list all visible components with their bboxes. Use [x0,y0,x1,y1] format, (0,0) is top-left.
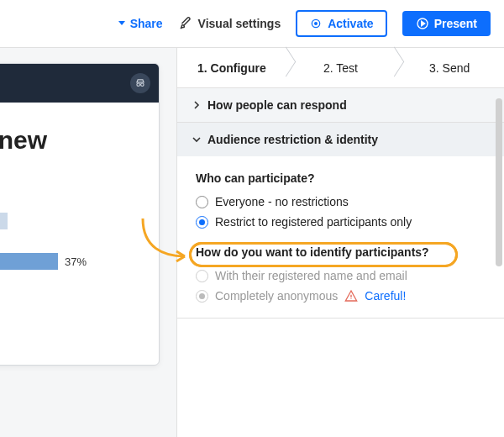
accordion-item-audience: Audience restriction & identity Who can … [177,123,504,319]
slide-title-fragment: g new [0,103,159,154]
accordion-item-how-respond: How people can respond [177,88,504,123]
accordion-header-how-respond[interactable]: How people can respond [177,88,504,122]
accordion: How people can respond Audience restrict… [177,88,504,319]
broadcast-icon [309,17,323,30]
bar-row: 37% [0,253,159,270]
radio-restrict[interactable]: Restrict to registered participants only [196,212,486,232]
bar-row [0,213,159,229]
panel-scrollbar[interactable] [496,98,502,266]
radio-icon [196,196,208,208]
radio-label: With their registered name and email [215,269,407,282]
svg-point-2 [137,83,140,87]
radio-anonymous[interactable]: Completely anonymous Careful! [196,286,486,306]
step-configure[interactable]: 1. Configure [177,48,286,87]
visual-settings-label: Visual settings [198,17,281,30]
caret-down-icon [118,21,125,25]
activate-label: Activate [328,17,373,30]
radio-label: Restrict to registered participants only [215,215,412,229]
radio-icon [196,216,208,229]
chevron-right-icon [192,101,201,109]
radio-icon [196,290,208,303]
slide-canvas: g new 37% [0,47,176,437]
bar-chart: 37% [0,213,159,270]
svg-point-3 [141,83,144,87]
share-menu[interactable]: Share [118,17,163,30]
question-participate: Who can participate? [196,171,486,185]
accordion-header-audience[interactable]: Audience restriction & identity [177,123,504,156]
step-test[interactable]: 2. Test [286,48,396,87]
play-circle-icon [416,17,429,30]
careful-link[interactable]: Careful! [365,289,406,303]
top-toolbar: Share Visual settings Activate Present [0,0,504,47]
acc-title: Audience restriction & identity [207,133,378,146]
radio-name-email[interactable]: With their registered name and email [196,266,486,286]
step-label: 3. Send [429,61,470,75]
incognito-icon [130,73,150,93]
accordion-body-audience: Who can participate? Everyone - no restr… [177,156,504,318]
radio-everyone[interactable]: Everyone - no restrictions [196,192,486,212]
svg-point-0 [315,22,318,24]
share-label: Share [130,17,163,30]
acc-title: How people can respond [207,98,347,112]
radio-label: Completely anonymous [215,289,338,303]
radio-label: Everyone - no restrictions [215,195,349,208]
brush-icon [178,16,193,31]
slide-header [0,64,159,103]
config-panel: 1. Configure 2. Test 3. Send How people … [176,47,504,437]
slide-preview[interactable]: g new 37% [0,63,160,366]
radio-icon [196,270,208,282]
step-tabs: 1. Configure 2. Test 3. Send [177,48,504,88]
step-send[interactable]: 3. Send [395,48,504,87]
main-area: g new 37% 1. Configure 2. Test 3. Send H… [0,47,504,437]
present-button[interactable]: Present [402,11,491,36]
visual-settings-button[interactable]: Visual settings [178,16,281,31]
question-identify: How do you want to identify participants… [196,245,486,259]
warning-icon [344,289,358,303]
bar-percent-label: 37% [65,255,87,268]
present-label: Present [434,17,477,30]
step-label: 2. Test [323,61,358,75]
chevron-down-icon [192,135,201,144]
activate-button[interactable]: Activate [296,10,386,37]
step-label: 1. Configure [197,61,266,75]
